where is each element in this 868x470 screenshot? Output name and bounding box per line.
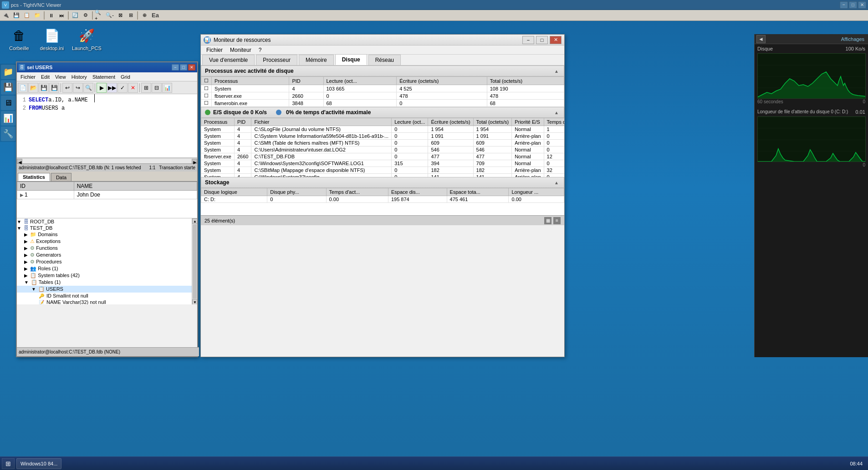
- table-row[interactable]: System 4 C:\Windows\System32\config\SOFT…: [201, 160, 565, 167]
- toolbar-btn-options[interactable]: ⊕: [139, 11, 149, 20]
- toolbar-btn-4[interactable]: 📁: [32, 11, 42, 20]
- tree-item-test-db[interactable]: ▼ 🗄 TEST_DB: [17, 225, 192, 231]
- tab-disque[interactable]: Disque: [335, 54, 367, 65]
- tree-item-functions[interactable]: ▶ ⚙ Functions: [17, 245, 192, 252]
- tab-memoire[interactable]: Mémoire: [299, 55, 334, 65]
- menu-statement[interactable]: Statement: [90, 73, 118, 81]
- res-menu-moniteur[interactable]: Moniteur: [226, 46, 255, 54]
- toolbar-btn-3[interactable]: 📋: [22, 11, 32, 20]
- sql-tool-new[interactable]: 📄: [18, 83, 28, 93]
- sql-tool-plan[interactable]: 📊: [162, 83, 172, 93]
- sql-tool-rollback[interactable]: ⊟: [152, 83, 162, 93]
- disk-io-toggle[interactable]: ▲: [553, 109, 560, 116]
- desktop-icon-desktop-ini[interactable]: 📄 desktop.ini: [37, 26, 66, 51]
- table-row[interactable]: System 4 C:\SMft (Table de fichiers maît…: [201, 140, 565, 147]
- toolbar-btn-8[interactable]: ⚙: [81, 11, 91, 20]
- sql-tool-saveas[interactable]: 💾: [49, 83, 59, 93]
- tree-scroll-up[interactable]: ▲: [192, 218, 197, 224]
- start-btn[interactable]: ⊞: [2, 458, 15, 469]
- desktop-icon-recycle-bin[interactable]: 🗑 Corbeille: [5, 26, 34, 51]
- menu-view[interactable]: View: [52, 73, 69, 81]
- tab-processeur[interactable]: Processeur: [256, 55, 297, 65]
- sql-tool-run[interactable]: ▶: [97, 83, 107, 93]
- tree-item-users[interactable]: ▼ 📋 USERS: [17, 286, 192, 293]
- rm-icon-list[interactable]: ≡: [553, 217, 561, 224]
- table-row[interactable]: System 4 C:\System Volume Information\a5…: [201, 133, 565, 140]
- table-row[interactable]: ☐ flamerobin.exe 3848 68 0 68: [201, 100, 564, 107]
- desktop-icon-launch-pcs[interactable]: 🚀 Launch_PCS: [72, 26, 101, 51]
- menu-edit[interactable]: Edit: [38, 73, 52, 81]
- menu-grid[interactable]: Grid: [118, 73, 133, 81]
- table-row[interactable]: fbserver.exe 2660 C:\TEST_DB.FDB 0 477 4…: [201, 153, 565, 160]
- vnc-close-btn[interactable]: ✕: [858, 1, 866, 9]
- tree-item-roles[interactable]: ▶ 👥 Roles (1): [17, 265, 192, 272]
- menu-fichier[interactable]: Fichier: [18, 73, 38, 81]
- tree-scrollbar[interactable]: ▲ ▼: [192, 218, 197, 304]
- vnc-maximize-btn[interactable]: □: [849, 1, 857, 9]
- toolbar-btn-7[interactable]: 🔄: [70, 11, 80, 20]
- table-row[interactable]: ☐ System 4 103 665 4 525 108 190: [201, 85, 564, 92]
- sql-tool-open[interactable]: 📂: [28, 83, 38, 93]
- sel-users-maximize-btn[interactable]: □: [180, 64, 187, 71]
- side-icon-2[interactable]: 💾: [1, 80, 15, 95]
- tab-vue-ensemble[interactable]: Vue d'ensemble: [202, 55, 255, 65]
- tree-item-id-field[interactable]: 🔑 ID Smallint not null: [17, 293, 192, 299]
- sql-tool-undo[interactable]: ↩: [62, 83, 72, 93]
- tree-item-procedures[interactable]: ▶ ⚙ Procedures: [17, 258, 192, 265]
- table-row[interactable]: C: D: 0 0.00 195 874 475 461 0.00: [201, 196, 564, 203]
- sql-editor[interactable]: 1 SELECT a.ID, a.NAME 2 FROM USERS a: [17, 94, 197, 158]
- table-row[interactable]: System 4 C:\SLogFile (Journal du volume …: [201, 126, 565, 133]
- tree-scroll-down[interactable]: ▼: [192, 299, 197, 304]
- sql-tool-stop[interactable]: ✕: [128, 83, 138, 93]
- scroll-left-btn[interactable]: ◄: [17, 159, 22, 163]
- graph-nav-left[interactable]: ◄: [756, 35, 766, 43]
- tree-scroll-thumb[interactable]: [193, 224, 197, 299]
- sel-users-minimize-btn[interactable]: −: [172, 64, 179, 71]
- vnc-minimize-btn[interactable]: −: [840, 1, 848, 9]
- sql-tool-check[interactable]: ✓: [117, 83, 128, 93]
- tab-reseau[interactable]: Réseau: [368, 55, 401, 65]
- table-row[interactable]: System 4 C:\Users\Administrateur\ntuser.…: [201, 147, 565, 153]
- res-close-btn[interactable]: ✕: [550, 36, 562, 44]
- sql-tool-run2[interactable]: ▶▶: [107, 83, 117, 93]
- sql-tool-redo[interactable]: ↪: [73, 83, 83, 93]
- tab-data[interactable]: Data: [51, 173, 71, 181]
- toolbar-btn-6[interactable]: ⏭: [56, 11, 66, 20]
- toolbar-btn-zoom-reset[interactable]: ⊠: [115, 11, 125, 20]
- table-row[interactable]: System 4 C:\Windows\System32\config 0 14…: [201, 174, 565, 177]
- table-row[interactable]: System 4 C:\SBitMap (Mappage d'espace di…: [201, 167, 565, 174]
- cell-checkbox[interactable]: ☐: [201, 100, 212, 107]
- res-restore-btn[interactable]: □: [536, 36, 548, 44]
- taskbar-item-windows[interactable]: Windows10 84...: [16, 458, 61, 469]
- side-icon-4[interactable]: 📊: [1, 111, 15, 126]
- disk-activity-header[interactable]: Processus avec activité de disque ▲: [201, 66, 564, 76]
- disk-activity-toggle[interactable]: ▲: [553, 67, 560, 75]
- tree-item-domains[interactable]: ▶ 📁 Domains: [17, 231, 192, 238]
- toolbar-btn-5[interactable]: ⏸: [46, 11, 56, 20]
- toolbar-btn-zoom-in[interactable]: 🔍+: [94, 11, 104, 20]
- storage-header[interactable]: Stockage ▲: [201, 177, 564, 188]
- storage-toggle[interactable]: ▲: [553, 179, 560, 186]
- tree-item-generators[interactable]: ▶ ⚙ Generators: [17, 252, 192, 258]
- rm-icon-grid[interactable]: ▦: [544, 217, 551, 224]
- tree-item-system-tables[interactable]: ▶ 📋 System tables (42): [17, 272, 192, 279]
- tree-item-exceptions[interactable]: ▶ ⚠ Exceptions: [17, 238, 192, 245]
- affichages-link[interactable]: Affichages: [839, 36, 866, 42]
- cell-checkbox[interactable]: ☐: [201, 85, 212, 92]
- scroll-right-btn[interactable]: ►: [192, 159, 197, 163]
- res-minimize-btn[interactable]: −: [522, 36, 534, 44]
- tab-statistics[interactable]: Statistics: [18, 173, 50, 181]
- toolbar-btn-1[interactable]: 🔌: [1, 11, 11, 20]
- tree-item-root-db[interactable]: ▼ 🗄 ROOT_DB: [17, 218, 192, 225]
- sel-users-close-btn[interactable]: ✕: [188, 64, 195, 71]
- toolbar-btn-zoom-out[interactable]: 🔍-: [105, 11, 115, 20]
- menu-history[interactable]: History: [69, 73, 90, 81]
- disk-io-header[interactable]: E/S disque de 0 Ko/s 0% de temps d'activ…: [201, 107, 564, 118]
- table-row[interactable]: ▶1 John Doe: [17, 191, 197, 199]
- side-icon-5[interactable]: 🔧: [1, 126, 15, 141]
- sql-tool-search[interactable]: 🔍: [83, 83, 93, 93]
- sql-tool-save[interactable]: 💾: [39, 83, 49, 93]
- tree-item-name-field[interactable]: 📝 NAME Varchar(32) not null: [17, 299, 192, 304]
- sql-scrollbar-h[interactable]: ◄ ►: [17, 158, 197, 163]
- tree-item-tables[interactable]: ▼ 📋 Tables (1): [17, 279, 192, 286]
